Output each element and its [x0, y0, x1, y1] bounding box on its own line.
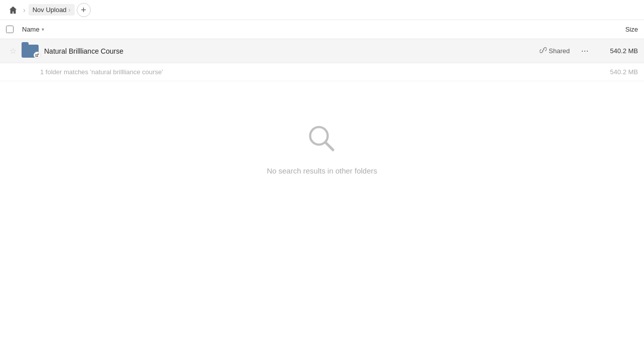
- more-icon: ···: [581, 46, 588, 56]
- name-column-label: Name: [22, 26, 40, 33]
- star-button[interactable]: ☆: [6, 46, 20, 56]
- summary-row: 1 folder matches 'natural brillliance co…: [0, 63, 644, 81]
- size-column-header: Size: [588, 26, 638, 33]
- empty-text: No search results in other folders: [267, 166, 377, 175]
- breadcrumb-bar: › Nov Upload › +: [0, 0, 644, 20]
- breadcrumb-chevron-1: ›: [23, 6, 26, 14]
- home-button[interactable]: [6, 3, 20, 17]
- link-icon: [540, 47, 547, 55]
- file-name[interactable]: Natural Brillliance Course: [44, 47, 540, 55]
- summary-size: 540.2 MB: [598, 68, 638, 76]
- folder-icon: [22, 45, 39, 58]
- svg-line-1: [326, 142, 333, 150]
- more-options-button[interactable]: ···: [578, 44, 592, 58]
- shared-badge: Shared: [540, 47, 570, 55]
- column-headers: Name ▾ Size: [0, 20, 644, 39]
- select-all-checkbox-container[interactable]: [6, 26, 22, 33]
- add-breadcrumb-button[interactable]: +: [77, 3, 91, 17]
- star-icon: ☆: [10, 46, 17, 56]
- name-column-header[interactable]: Name ▾: [22, 26, 588, 33]
- summary-text: 1 folder matches 'natural brillliance co…: [40, 68, 598, 76]
- breadcrumb-nov-upload[interactable]: Nov Upload ›: [29, 4, 75, 16]
- folder-link-badge: [34, 52, 41, 59]
- sort-icon: ▾: [42, 27, 44, 32]
- breadcrumb-item-chevron: ›: [69, 7, 71, 14]
- select-all-checkbox[interactable]: [6, 26, 14, 33]
- file-row[interactable]: ☆ Natural Brillliance Course Shared ··· …: [0, 39, 644, 63]
- file-size: 540.2 MB: [598, 47, 638, 55]
- empty-state: No search results in other folders: [0, 81, 644, 195]
- breadcrumb-nov-upload-label: Nov Upload: [33, 6, 67, 14]
- folder-icon-container: [20, 42, 40, 60]
- size-column-label: Size: [625, 26, 638, 33]
- empty-search-icon: [304, 121, 340, 158]
- shared-label: Shared: [549, 47, 570, 55]
